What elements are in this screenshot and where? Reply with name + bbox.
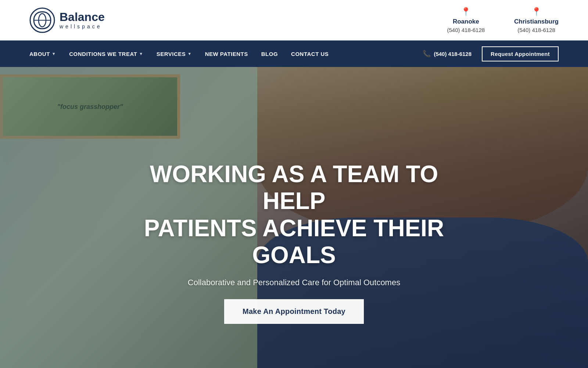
logo-text: Balance wellspace xyxy=(60,11,105,29)
location-pin-icon: 📍 xyxy=(461,7,471,17)
nav-right: 📞 (540) 418-6128 Request Appointment xyxy=(423,46,559,61)
nav-phone[interactable]: 📞 (540) 418-6128 xyxy=(423,50,472,58)
location-list: 📍 Roanoke (540) 418-6128 📍 Christiansbur… xyxy=(447,7,559,33)
hero-subtext: Collaborative and Personalized Care for … xyxy=(188,278,400,287)
hero-content: WORKING AS A TEAM TO HELP PATIENTS ACHIE… xyxy=(0,161,588,324)
conditions-caret-icon: ▼ xyxy=(139,52,143,56)
nav-link-about[interactable]: ABOUT ▼ xyxy=(29,51,56,57)
location-roanoke-name: Roanoke xyxy=(453,18,479,25)
logo-brand-name: Balance xyxy=(60,11,105,24)
nav-item-new-patients[interactable]: NEW PATIENTS xyxy=(205,51,248,57)
location-roanoke: 📍 Roanoke (540) 418-6128 xyxy=(447,7,485,33)
hero-cta-button[interactable]: Make An Appointment Today xyxy=(224,299,364,324)
logo[interactable]: Balance wellspace xyxy=(29,7,105,33)
phone-icon: 📞 xyxy=(423,50,431,58)
hero-headline-line2: PATIENTS ACHIEVE THEIR GOALS xyxy=(144,215,444,269)
hero-headline: WORKING AS A TEAM TO HELP PATIENTS ACHIE… xyxy=(129,161,459,269)
nav-item-blog[interactable]: BLOG xyxy=(261,51,278,57)
logo-icon xyxy=(29,7,55,33)
location-christiansburg-name: Christiansburg xyxy=(514,18,559,25)
nav-link-conditions[interactable]: CONDITIONS WE TREAT ▼ xyxy=(69,51,143,57)
location-christiansburg: 📍 Christiansburg (540) 418-6128 xyxy=(514,7,559,33)
about-caret-icon: ▼ xyxy=(52,52,56,56)
location-roanoke-phone: (540) 418-6128 xyxy=(447,27,485,33)
location-christiansburg-phone: (540) 418-6128 xyxy=(517,27,555,33)
nav-link-blog[interactable]: BLOG xyxy=(261,51,278,57)
nav-link-new-patients[interactable]: NEW PATIENTS xyxy=(205,51,248,57)
location-pin-icon-2: 📍 xyxy=(531,7,541,17)
nav-link-contact[interactable]: CONTACT US xyxy=(291,51,329,57)
top-bar: Balance wellspace 📍 Roanoke (540) 418-61… xyxy=(0,0,588,40)
nav-item-about[interactable]: ABOUT ▼ xyxy=(29,51,56,57)
nav-bar: ABOUT ▼ CONDITIONS WE TREAT ▼ SERVICES ▼… xyxy=(0,40,588,67)
nav-links: ABOUT ▼ CONDITIONS WE TREAT ▼ SERVICES ▼… xyxy=(29,51,329,57)
hero-headline-line1: WORKING AS A TEAM TO HELP xyxy=(150,161,438,215)
nav-item-conditions[interactable]: CONDITIONS WE TREAT ▼ xyxy=(69,51,143,57)
nav-item-services[interactable]: SERVICES ▼ xyxy=(157,51,192,57)
logo-tagline: wellspace xyxy=(60,24,105,29)
request-appointment-button[interactable]: Request Appointment xyxy=(482,46,559,61)
services-caret-icon: ▼ xyxy=(187,52,191,56)
hero-section: WORKING AS A TEAM TO HELP PATIENTS ACHIE… xyxy=(0,67,588,368)
nav-phone-number: (540) 418-6128 xyxy=(434,51,472,57)
nav-item-contact[interactable]: CONTACT US xyxy=(291,51,329,57)
nav-link-services[interactable]: SERVICES ▼ xyxy=(157,51,192,57)
